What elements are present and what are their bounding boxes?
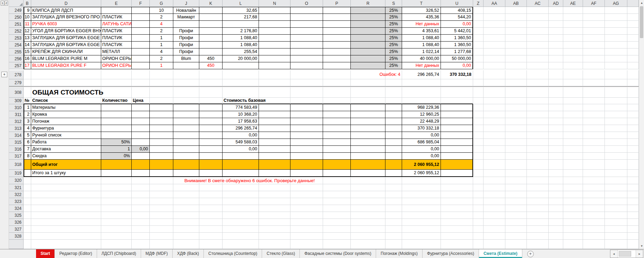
- cell-J322[interactable]: [173, 191, 199, 198]
- cell-AF328[interactable]: [583, 233, 605, 240]
- cell-U322[interactable]: [441, 191, 473, 198]
- cell-E257[interactable]: ОРИОН СЕРЫЙ: [101, 62, 132, 69]
- cell-K-partial[interactable]: [199, 240, 223, 249]
- cell-AB255[interactable]: [505, 48, 527, 55]
- cell-AApartial[interactable]: [484, 240, 505, 249]
- cell-L278[interactable]: [223, 70, 259, 79]
- cell-F312[interactable]: [132, 118, 150, 125]
- cell-S325[interactable]: [385, 212, 402, 219]
- cell-D319[interactable]: Итого за 1 штуку: [31, 170, 101, 177]
- cell-D254[interactable]: ЗАГЛУШКА ДЛЯ БОРТИКА EGGE: [31, 42, 101, 48]
- cell-AD311[interactable]: [549, 111, 563, 118]
- cell-R325[interactable]: [351, 212, 385, 219]
- cell-P315[interactable]: [323, 139, 351, 146]
- cell-O309[interactable]: [290, 98, 323, 104]
- row-header-310[interactable]: 310: [9, 104, 24, 111]
- cell-N319[interactable]: [259, 170, 290, 177]
- cell-AG254[interactable]: [605, 42, 627, 48]
- cell-AC308[interactable]: [527, 87, 549, 98]
- cell-AF327[interactable]: [583, 226, 605, 233]
- cell-AB316[interactable]: [505, 146, 527, 153]
- cell-T255[interactable]: 1 022,14: [402, 48, 441, 55]
- cell-AG317[interactable]: [605, 153, 627, 160]
- cell-AA320[interactable]: [484, 177, 505, 184]
- cell-D317[interactable]: Скидка: [31, 153, 101, 160]
- cell-K279[interactable]: [199, 79, 223, 86]
- cell-AF252[interactable]: [583, 28, 605, 35]
- col-header-D[interactable]: D: [31, 0, 101, 7]
- cell-F315[interactable]: [132, 139, 150, 146]
- cell-F319[interactable]: [132, 170, 150, 177]
- cell-AG255[interactable]: [605, 48, 627, 55]
- cell-B319[interactable]: [24, 170, 31, 177]
- cell-AB251[interactable]: [505, 21, 527, 28]
- cell-O278[interactable]: [290, 70, 323, 79]
- cell-AC257[interactable]: [527, 62, 549, 69]
- cell-Z322[interactable]: [473, 191, 484, 198]
- cell-D255[interactable]: КРЕПЁЖ ДЛЯ СКИНАЛИ: [31, 48, 101, 55]
- cell-J326[interactable]: [173, 219, 199, 226]
- cell-ABpartial[interactable]: [505, 240, 527, 249]
- cell-O-partial[interactable]: [290, 240, 323, 249]
- cell-T328[interactable]: [402, 233, 441, 240]
- cell-AF326[interactable]: [583, 219, 605, 226]
- cell-E250[interactable]: ПЛАСТИК: [101, 14, 132, 21]
- cell-P278[interactable]: [323, 70, 351, 79]
- cell-O325[interactable]: [290, 212, 323, 219]
- cell-J252[interactable]: Профи: [173, 28, 199, 35]
- cell-F326[interactable]: [132, 219, 150, 226]
- cell-R313[interactable]: [351, 125, 385, 132]
- cell-J323[interactable]: [173, 198, 199, 205]
- cell-L326[interactable]: [223, 219, 259, 226]
- cell-AH310[interactable]: [627, 104, 639, 111]
- cell-K278[interactable]: [199, 70, 223, 79]
- cell-P257[interactable]: [323, 62, 351, 69]
- cell-T314[interactable]: 0,00: [402, 132, 441, 139]
- cell-B321[interactable]: [24, 184, 31, 191]
- cell-B316[interactable]: 7: [24, 146, 31, 153]
- cell-R253[interactable]: [351, 35, 385, 42]
- cell-O252[interactable]: [290, 28, 323, 35]
- cell-D250[interactable]: ЗАГЛУШКА ДЛЯ ВРЕЗНОГО ПРО: [31, 14, 101, 21]
- cell-K252[interactable]: [199, 28, 223, 35]
- cell-AE255[interactable]: [563, 48, 583, 55]
- cell-O316[interactable]: [290, 146, 323, 153]
- cell-Z319[interactable]: [473, 170, 484, 177]
- cell-AA312[interactable]: [484, 118, 505, 125]
- cell-G249[interactable]: 10: [150, 7, 173, 14]
- cell-B253[interactable]: 13: [24, 35, 31, 42]
- cell-AFpartial[interactable]: [583, 240, 605, 249]
- cell-AD328[interactable]: [549, 233, 563, 240]
- cell-AA252[interactable]: [484, 28, 505, 35]
- cell-T312[interactable]: 22 448,29: [402, 118, 441, 125]
- cell-E327[interactable]: [101, 226, 132, 233]
- cell-T317[interactable]: 0,00: [402, 153, 441, 160]
- cell-AF323[interactable]: [583, 198, 605, 205]
- cell-E254[interactable]: ПЛАСТИК: [101, 42, 132, 48]
- cell-AA308[interactable]: [484, 87, 505, 98]
- cell-U313[interactable]: [441, 125, 473, 132]
- cell-D279[interactable]: [31, 79, 101, 86]
- cell-G308[interactable]: [150, 87, 173, 98]
- cell-J325[interactable]: [173, 212, 199, 219]
- cell-AH320[interactable]: [627, 177, 639, 184]
- cell-R316[interactable]: [351, 146, 385, 153]
- cell-O318[interactable]: [290, 160, 323, 170]
- cell-U252[interactable]: 5 442,01: [441, 28, 473, 35]
- cell-K318[interactable]: [199, 160, 223, 170]
- cell-AH317[interactable]: [627, 153, 639, 160]
- cell-AD321[interactable]: [549, 184, 563, 191]
- cell-AE319[interactable]: [563, 170, 583, 177]
- cell-E324[interactable]: [101, 205, 132, 212]
- cell-D315[interactable]: Работа: [31, 139, 101, 146]
- cell-AH252[interactable]: [627, 28, 639, 35]
- cell-AF318[interactable]: [583, 160, 605, 170]
- cell-K308[interactable]: [199, 87, 223, 98]
- cell-F320[interactable]: [132, 177, 150, 184]
- cell-AC250[interactable]: [527, 14, 549, 21]
- cell-AF325[interactable]: [583, 212, 605, 219]
- cell-T257[interactable]: Нет данных: [402, 62, 441, 69]
- row-header-316[interactable]: 316: [9, 146, 24, 153]
- cell-R257[interactable]: [351, 62, 385, 69]
- cell-AC315[interactable]: [527, 139, 549, 146]
